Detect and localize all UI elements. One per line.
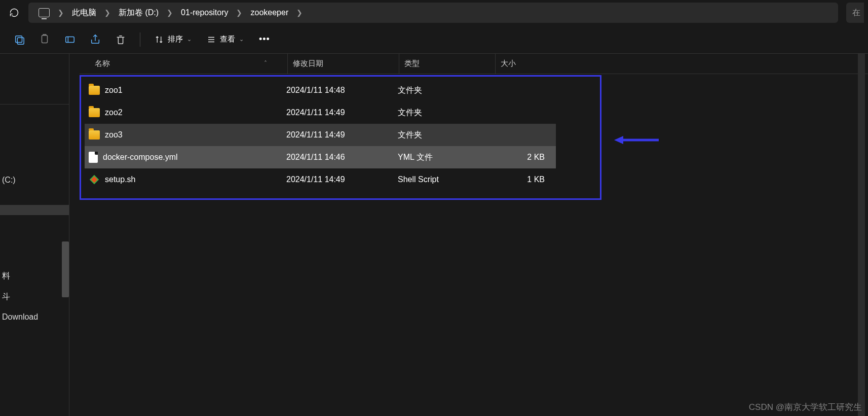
file-type: 文件夹 (398, 85, 494, 96)
svg-marker-8 (614, 136, 623, 144)
file-name: zoo2 (105, 108, 123, 117)
sort-button[interactable]: 排序 ⌄ (148, 31, 198, 47)
file-type: Shell Script (398, 175, 494, 184)
column-header-name[interactable]: 名称 ˄ (80, 59, 287, 68)
file-row[interactable]: zoo32024/1/11 14:49文件夹 (85, 124, 556, 146)
list-icon (207, 35, 216, 44)
file-type: 文件夹 (398, 108, 494, 118)
monitor-icon (39, 8, 50, 17)
main-area: (C:) 料 斗 Download 名称 ˄ 修改日期 类型 大小 zoo120… (0, 54, 868, 416)
file-name: zoo1 (105, 86, 123, 95)
file-row[interactable]: zoo22024/1/11 14:49文件夹 (85, 101, 556, 124)
file-name: zoo3 (105, 130, 123, 140)
file-date: 2024/1/11 14:49 (286, 175, 398, 184)
column-header-type[interactable]: 类型 (399, 54, 495, 74)
sort-icon (155, 35, 164, 44)
breadcrumb-item[interactable]: 01-repository (177, 5, 232, 21)
file-date: 2024/1/11 14:49 (286, 130, 398, 140)
chevron-right-icon: ❯ (101, 9, 114, 17)
annotation-arrow (614, 132, 660, 148)
sidebar-item[interactable] (0, 205, 69, 215)
sidebar: (C:) 料 斗 Download (0, 54, 69, 416)
rename-button[interactable] (59, 29, 81, 50)
breadcrumb-item[interactable]: zookeeper (246, 5, 292, 21)
file-type: YML 文件 (398, 152, 494, 163)
file-name: setup.sh (105, 175, 135, 184)
chevron-right-icon: ❯ (233, 9, 245, 17)
sort-label: 排序 (168, 34, 183, 44)
column-header-size[interactable]: 大小 (495, 54, 553, 74)
breadcrumb-item[interactable]: 此电脑 (68, 5, 100, 21)
file-row[interactable]: docker-compose.yml2024/1/11 14:46YML 文件2… (85, 146, 556, 168)
chevron-down-icon: ⌄ (187, 36, 192, 43)
content-scrollbar[interactable] (858, 54, 865, 416)
file-list: zoo12024/1/11 14:48文件夹zoo22024/1/11 14:4… (85, 79, 556, 191)
more-button[interactable]: ••• (253, 31, 276, 48)
toolbar: 排序 ⌄ 查看 ⌄ ••• (0, 25, 868, 54)
cut-button[interactable] (33, 29, 56, 50)
pc-icon-crumb[interactable] (34, 5, 54, 21)
sidebar-item[interactable]: 斗 (0, 287, 69, 307)
more-icon: ••• (259, 34, 270, 45)
file-row[interactable]: setup.sh2024/1/11 14:49Shell Script1 KB (85, 168, 556, 191)
breadcrumb-item[interactable]: 新加卷 (D:) (115, 5, 163, 21)
chevron-right-icon: ❯ (164, 9, 176, 17)
file-date: 2024/1/11 14:46 (286, 153, 398, 162)
share-button[interactable] (84, 29, 106, 50)
view-button[interactable]: 查看 ⌄ (201, 31, 250, 47)
chevron-right-icon: ❯ (55, 9, 67, 17)
sidebar-item[interactable]: 料 (0, 266, 69, 287)
watermark: CSDN @南京大学软工研究生 (749, 401, 862, 413)
view-label: 查看 (220, 34, 235, 44)
toolbar-separator (140, 32, 140, 47)
sidebar-item[interactable]: (C:) (0, 170, 69, 190)
chevron-right-icon: ❯ (293, 9, 306, 17)
file-date: 2024/1/11 14:49 (286, 108, 398, 117)
column-header-date[interactable]: 修改日期 (287, 54, 399, 74)
svg-rect-2 (42, 35, 48, 43)
sort-indicator-icon: ˄ (264, 60, 267, 67)
svg-rect-1 (17, 38, 24, 44)
chevron-down-icon: ⌄ (239, 36, 244, 43)
file-icon (89, 152, 98, 163)
sidebar-item[interactable]: Download (0, 307, 69, 327)
file-date: 2024/1/11 14:48 (286, 86, 398, 95)
folder-icon (89, 86, 100, 95)
sidebar-scrollbar[interactable] (62, 241, 69, 297)
file-row[interactable]: zoo12024/1/11 14:48文件夹 (85, 79, 556, 101)
address-bar-row: ❯ 此电脑 ❯ 新加卷 (D:) ❯ 01-repository ❯ zooke… (0, 0, 868, 25)
breadcrumb-bar[interactable]: ❯ 此电脑 ❯ 新加卷 (D:) ❯ 01-repository ❯ zooke… (28, 3, 838, 23)
svg-rect-0 (16, 36, 22, 42)
refresh-button[interactable] (4, 3, 24, 23)
new-item-button[interactable] (8, 29, 30, 50)
file-name: docker-compose.yml (103, 153, 178, 162)
folder-icon (89, 108, 100, 117)
svg-rect-3 (66, 37, 74, 42)
search-input[interactable]: 在 (846, 3, 864, 23)
file-size: 2 KB (494, 153, 545, 162)
folder-icon (89, 130, 100, 140)
file-size: 1 KB (494, 175, 545, 184)
script-icon (89, 174, 100, 185)
sidebar-item[interactable] (0, 215, 69, 225)
file-type: 文件夹 (398, 130, 494, 141)
delete-button[interactable] (109, 29, 132, 50)
column-headers: 名称 ˄ 修改日期 类型 大小 (80, 54, 868, 74)
file-list-area: 名称 ˄ 修改日期 类型 大小 zoo12024/1/11 14:48文件夹zo… (69, 54, 868, 416)
